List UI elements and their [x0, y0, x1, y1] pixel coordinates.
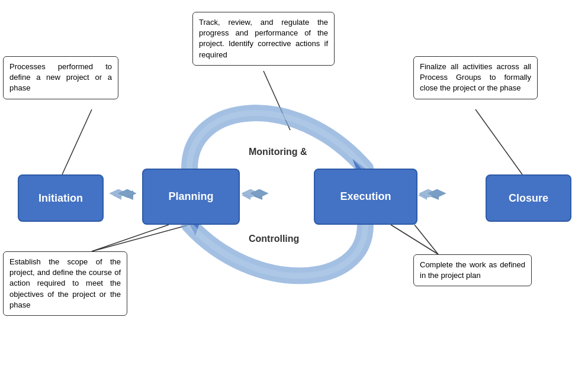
- chevron-init-plan: [110, 189, 136, 198]
- callout-initiation-text: Processes performed to define a new proj…: [9, 62, 112, 92]
- arrow-exec-close-2: [427, 190, 439, 200]
- initiation-box: Initiation: [18, 174, 104, 222]
- arrow-init-plan-2: [121, 190, 133, 200]
- chevron-plan-exec: [242, 189, 268, 198]
- controlling-label: Controlling: [249, 234, 299, 244]
- connector-planning-2: [92, 225, 189, 251]
- planning-box: Planning: [142, 169, 240, 225]
- arrow-plan-exec: [242, 190, 250, 200]
- svg-marker-3: [110, 189, 127, 198]
- callout-closure-text: Finalize all activities across all Proce…: [420, 62, 531, 92]
- closure-box: Closure: [486, 174, 571, 222]
- controlling-text: Controlling: [249, 234, 299, 244]
- arrow-plan-exec-2: [250, 190, 262, 200]
- planning-label: Planning: [169, 190, 214, 203]
- execution-box: Execution: [314, 169, 417, 225]
- curve-monitoring-highlight: [189, 113, 365, 169]
- svg-marker-6: [250, 189, 268, 198]
- connector-monitoring: [264, 71, 290, 130]
- arrow-init-plan: [113, 190, 121, 200]
- curve-controlling-highlight: [189, 225, 365, 276]
- curve-controlling-bottom: [189, 225, 365, 276]
- chevron-exec-close: [419, 189, 446, 198]
- closure-label: Closure: [509, 192, 548, 205]
- callout-planning-text: Establish the scope of the project, and …: [9, 257, 121, 309]
- connector-closure: [475, 109, 522, 174]
- monitoring-label: Monitoring &: [249, 147, 307, 157]
- monitoring-text: Monitoring &: [249, 147, 307, 157]
- svg-marker-4: [118, 189, 136, 198]
- callout-initiation: Processes performed to define a new proj…: [3, 56, 118, 99]
- arrow-exec-close: [418, 190, 427, 200]
- svg-marker-5: [242, 189, 259, 198]
- curve-monitoring-top: [189, 113, 365, 169]
- svg-marker-7: [419, 189, 437, 198]
- diagram-container: Initiation Planning Execution Closure Pr…: [0, 0, 588, 372]
- svg-marker-8: [428, 189, 446, 198]
- callout-execution-text: Complete the work as defined in the proj…: [420, 260, 525, 280]
- execution-label: Execution: [340, 190, 391, 203]
- initiation-label: Initiation: [38, 192, 83, 205]
- callout-closure: Finalize all activities across all Proce…: [413, 56, 538, 99]
- connector-execution-1: [391, 225, 438, 254]
- callout-planning: Establish the scope of the project, and …: [3, 251, 127, 316]
- connector-planning-1: [92, 225, 169, 251]
- callout-execution: Complete the work as defined in the proj…: [413, 254, 532, 286]
- connector-execution-2: [415, 225, 438, 254]
- callout-monitoring-text: Track, review, and regulate the progress…: [199, 18, 328, 59]
- callout-monitoring: Track, review, and regulate the progress…: [192, 12, 335, 66]
- connector-initiation: [62, 109, 92, 174]
